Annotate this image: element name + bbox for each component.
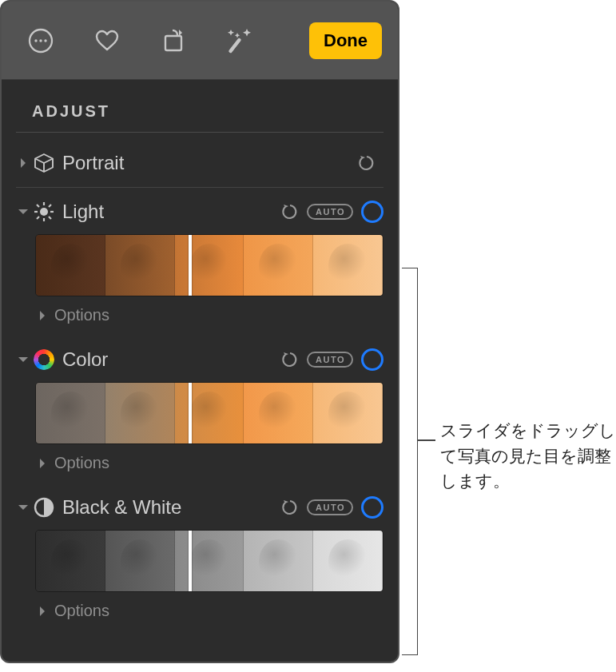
bw-options[interactable]: Options — [16, 598, 384, 625]
color-ring-icon — [30, 349, 58, 370]
expand-chevron-icon — [35, 606, 50, 617]
svg-line-14 — [37, 217, 39, 219]
svg-point-3 — [44, 39, 46, 42]
color-slider[interactable] — [35, 382, 384, 444]
slider-handle[interactable] — [189, 530, 192, 592]
bw-halfcircle-icon — [30, 497, 58, 518]
reset-icon[interactable] — [278, 351, 302, 368]
callout-text: スライダをドラッグして写真の見た目を調整します。 — [440, 418, 616, 494]
color-options[interactable]: Options — [16, 451, 384, 477]
favorite-heart-icon[interactable] — [92, 26, 122, 56]
callout-bracket — [402, 268, 418, 655]
more-icon[interactable] — [26, 26, 56, 56]
bw-slider[interactable] — [35, 530, 384, 592]
adjustment-label: Color — [62, 348, 108, 371]
portrait-cube-icon — [30, 152, 58, 174]
enable-toggle[interactable] — [361, 201, 384, 223]
adjust-content: ADJUST Portrait — [2, 80, 398, 631]
adjust-panel: Done ADJUST Portrait — [0, 0, 399, 663]
light-options[interactable]: Options — [16, 303, 384, 329]
auto-enhance-wand-icon[interactable] — [225, 26, 255, 56]
slider-handle[interactable] — [189, 382, 192, 444]
options-label: Options — [54, 454, 109, 472]
adjustment-label: Portrait — [62, 152, 124, 174]
svg-rect-4 — [165, 36, 181, 50]
svg-line-13 — [49, 205, 51, 207]
adjustment-bw: Black & White AUTO Options — [16, 483, 384, 631]
options-label: Options — [54, 306, 109, 324]
adjustment-color: Color AUTO Options — [16, 336, 384, 483]
reset-icon[interactable] — [278, 203, 302, 221]
collapse-chevron-icon[interactable] — [18, 205, 29, 219]
reset-icon[interactable] — [355, 154, 379, 172]
callout-tick — [418, 439, 435, 441]
done-button[interactable]: Done — [309, 22, 382, 59]
light-slider[interactable] — [35, 234, 384, 296]
adjustment-portrait: Portrait — [16, 139, 384, 188]
adjustment-label: Light — [62, 201, 104, 223]
expand-chevron-icon — [35, 310, 50, 321]
svg-point-1 — [34, 39, 37, 42]
auto-button[interactable]: AUTO — [307, 352, 353, 368]
section-title: ADJUST — [16, 96, 384, 133]
collapse-chevron-icon[interactable] — [18, 500, 29, 515]
options-label: Options — [54, 602, 109, 620]
rotate-crop-icon[interactable] — [158, 26, 189, 56]
auto-button[interactable]: AUTO — [307, 499, 353, 515]
svg-line-11 — [37, 205, 39, 207]
enable-toggle[interactable] — [361, 496, 384, 519]
light-sun-icon — [30, 201, 58, 223]
adjustment-label: Black & White — [62, 496, 181, 519]
enable-toggle[interactable] — [361, 348, 384, 371]
toolbar: Done — [2, 2, 398, 80]
svg-rect-5 — [228, 37, 241, 53]
expand-chevron-icon — [35, 458, 50, 469]
svg-line-12 — [49, 217, 51, 219]
svg-point-2 — [39, 39, 42, 42]
collapse-chevron-icon[interactable] — [18, 352, 29, 367]
adjustment-light: Light AUTO Options — [16, 188, 384, 336]
svg-point-6 — [40, 208, 48, 216]
expand-chevron-icon[interactable] — [16, 157, 30, 169]
reset-icon[interactable] — [278, 499, 302, 516]
slider-handle[interactable] — [189, 234, 192, 296]
auto-button[interactable]: AUTO — [307, 204, 353, 220]
